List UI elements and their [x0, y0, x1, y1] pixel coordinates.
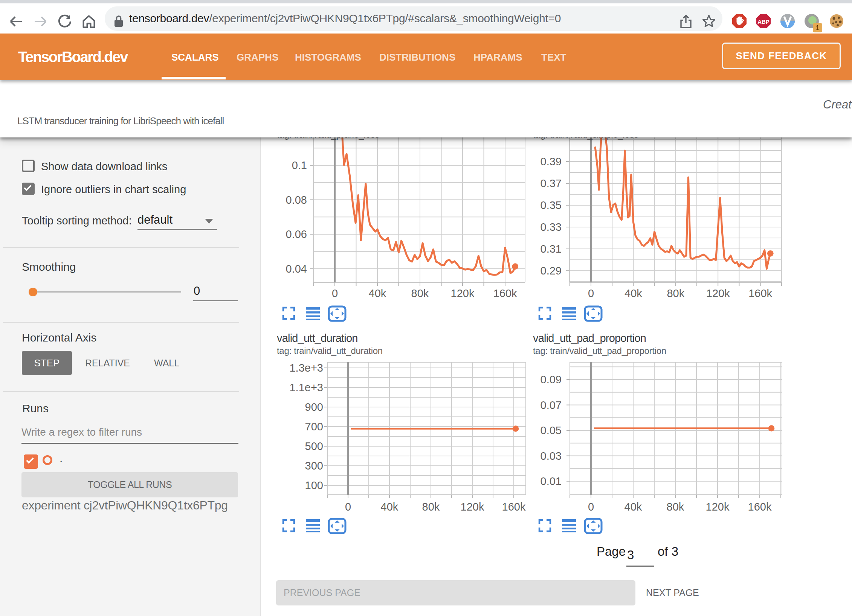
svg-text:120k: 120k — [461, 501, 484, 513]
svg-text:0: 0 — [345, 501, 351, 513]
svg-text:valid_utt_pad_proportion: valid_utt_pad_proportion — [533, 332, 646, 344]
svg-text:0.09: 0.09 — [541, 374, 562, 386]
svg-text:0.04: 0.04 — [286, 263, 307, 275]
svg-text:120k: 120k — [706, 287, 730, 299]
svg-text:ABP: ABP — [757, 18, 770, 25]
svg-text:0.06: 0.06 — [286, 228, 307, 240]
svg-text:80k: 80k — [667, 287, 684, 299]
svg-text:120k: 120k — [706, 501, 730, 513]
svg-text:160k: 160k — [502, 501, 526, 513]
svg-text:0.1: 0.1 — [292, 159, 307, 171]
svg-text:80k: 80k — [667, 501, 684, 513]
svg-text:300: 300 — [305, 460, 323, 472]
svg-text:0.08: 0.08 — [286, 194, 307, 206]
svg-text:40k: 40k — [624, 287, 642, 299]
svg-text:80k: 80k — [411, 287, 429, 299]
svg-text:0.33: 0.33 — [541, 221, 562, 233]
svg-text:0: 0 — [588, 287, 594, 299]
svg-text:0.37: 0.37 — [541, 177, 562, 189]
svg-text:0: 0 — [588, 501, 594, 513]
svg-text:900: 900 — [305, 401, 323, 413]
svg-text:0.07: 0.07 — [541, 399, 562, 411]
svg-text:0.39: 0.39 — [541, 156, 562, 168]
svg-text:40k: 40k — [624, 501, 642, 513]
svg-text:160k: 160k — [748, 501, 772, 513]
svg-text:80k: 80k — [422, 501, 440, 513]
svg-text:160k: 160k — [493, 287, 517, 299]
svg-text:0.31: 0.31 — [541, 243, 562, 255]
svg-text:0.05: 0.05 — [541, 424, 562, 436]
svg-text:1.3e+3: 1.3e+3 — [289, 362, 323, 374]
svg-text:40k: 40k — [369, 287, 386, 299]
svg-text:100: 100 — [305, 479, 323, 491]
svg-text:40k: 40k — [381, 501, 399, 513]
svg-text:tag: train/valid_utt_pad_propo: tag: train/valid_utt_pad_proportion — [533, 346, 666, 356]
svg-text:160k: 160k — [748, 287, 772, 299]
svg-text:120k: 120k — [451, 287, 475, 299]
svg-text:700: 700 — [305, 421, 323, 433]
svg-text:0.03: 0.03 — [541, 450, 562, 462]
svg-text:tag: train/valid_utt_duration: tag: train/valid_utt_duration — [277, 346, 383, 356]
svg-text:0.01: 0.01 — [541, 475, 562, 487]
svg-text:valid_utt_duration: valid_utt_duration — [277, 332, 358, 344]
svg-text:500: 500 — [305, 440, 323, 452]
svg-text:0.35: 0.35 — [541, 199, 562, 211]
svg-text:1.1e+3: 1.1e+3 — [289, 381, 323, 393]
svg-text:0.29: 0.29 — [541, 265, 562, 277]
svg-text:0: 0 — [332, 287, 338, 299]
